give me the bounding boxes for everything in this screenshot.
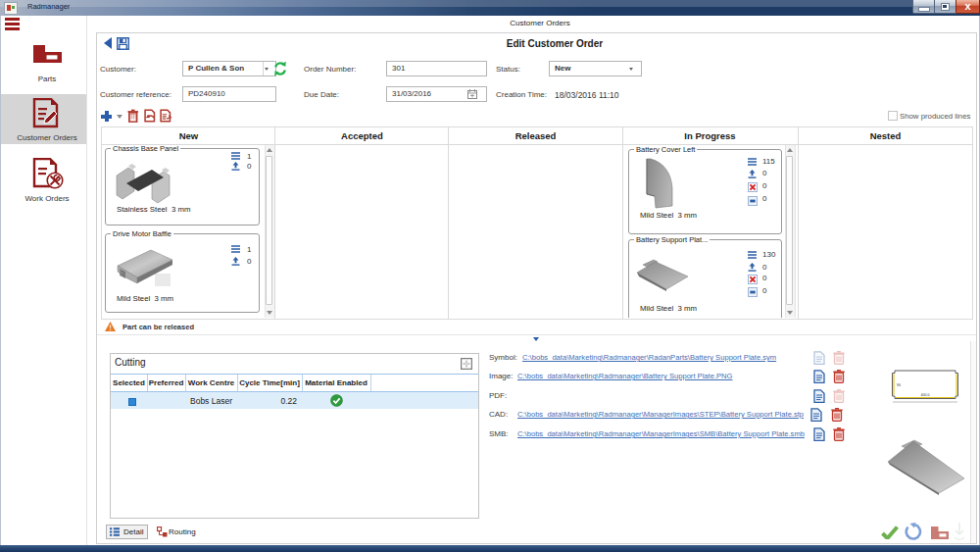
svg-text:400.0: 400.0	[921, 393, 930, 397]
svg-text:90: 90	[897, 383, 901, 387]
